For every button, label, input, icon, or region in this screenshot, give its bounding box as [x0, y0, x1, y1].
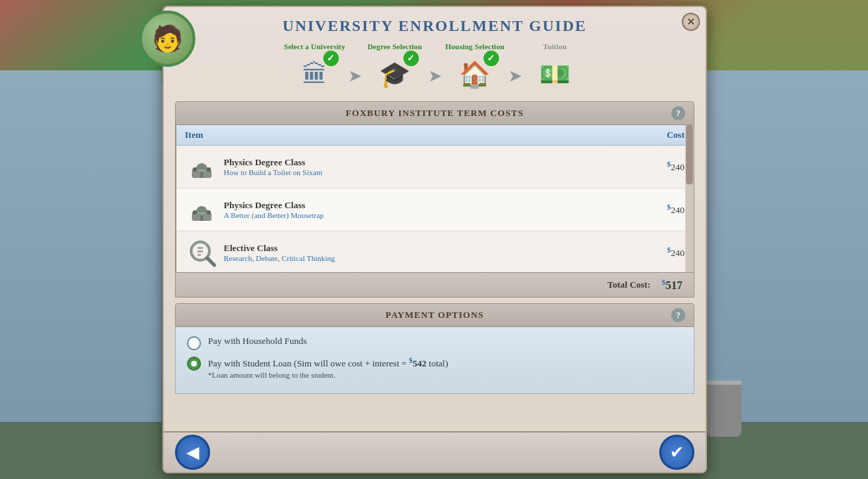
arrow-3: ➤	[508, 66, 522, 86]
col-item: Item	[176, 125, 604, 146]
col-cost: Cost	[604, 125, 693, 146]
step-select-university[interactable]: Select a University 🏛 ✓	[283, 42, 346, 96]
row1-icon	[185, 150, 219, 184]
avatar-face: 🧑	[142, 13, 193, 64]
label-loan: Pay with Student Loan (Sim will owe cost…	[208, 356, 448, 378]
arrow-2: ➤	[428, 66, 442, 86]
costs-table-wrapper: Item Cost	[175, 125, 694, 273]
step-label-1: Select a University	[284, 42, 345, 51]
back-button[interactable]: ◀	[175, 435, 210, 470]
row1-info: Physics Degree Class How to Build a Toil…	[224, 157, 322, 177]
building-left	[0, 70, 162, 422]
row2-name: Physics Degree Class	[224, 200, 323, 211]
row3-icon	[185, 236, 219, 269]
step-icon-wrapper-2: 🎓 ✓	[374, 53, 416, 96]
svg-point-25	[193, 210, 197, 215]
svg-rect-32	[197, 254, 201, 256]
row2-icon	[185, 193, 219, 226]
bottom-bar: ◀ ✔	[164, 431, 706, 472]
modal-title: University Enrollment Guide	[164, 7, 706, 38]
label-household: Pay with Household Funds	[208, 336, 306, 347]
table-header: Item Cost	[176, 125, 694, 146]
row3-info: Elective Class Research, Debate, Critica…	[224, 243, 335, 262]
radio-household[interactable]	[187, 336, 201, 350]
total-row: Total Cost: $517	[175, 273, 694, 298]
row2-info: Physics Degree Class A Better (and Bette…	[224, 200, 323, 219]
row2-sub: A Better (and Better) Mousetrap	[224, 211, 323, 219]
svg-rect-31	[197, 250, 203, 253]
table-row: Physics Degree Class A Better (and Bette…	[176, 189, 694, 231]
step-icon-wrapper-1: 🏛 ✓	[294, 53, 336, 96]
step-check-2: ✓	[403, 51, 419, 66]
row2-item: Physics Degree Class A Better (and Bette…	[176, 189, 604, 231]
table-row: Physics Degree Class How to Build a Toil…	[176, 146, 694, 189]
svg-point-20	[193, 167, 197, 172]
costs-table: Item Cost	[176, 125, 694, 273]
svg-point-21	[207, 167, 211, 172]
step-label-3: Housing Selection	[445, 42, 504, 51]
row1-item: Physics Degree Class How to Build a Toil…	[176, 146, 604, 189]
scroll-thumb[interactable]	[686, 125, 693, 184]
row1-cost: $240	[604, 146, 693, 189]
total-amount: $517	[662, 278, 683, 292]
payment-help-button[interactable]: ?	[671, 308, 685, 322]
scrollbar[interactable]	[685, 125, 694, 272]
costs-section-header: Foxbury Institute Term Costs ?	[175, 101, 694, 125]
loan-detail: *Loan amount will belong to the student.	[208, 371, 448, 379]
total-label: Total Cost:	[607, 279, 650, 290]
row3-name: Elective Class	[224, 243, 335, 254]
row2-cost: $240	[604, 189, 693, 231]
trash-can	[706, 381, 741, 437]
step-tuition[interactable]: Tuition 💵	[524, 42, 587, 96]
table-row: Elective Class Research, Debate, Critica…	[176, 231, 694, 274]
close-button[interactable]: ✕	[682, 13, 700, 31]
row3-sub: Research, Debate, Critical Thinking	[224, 254, 335, 262]
payment-option-loan[interactable]: Pay with Student Loan (Sim will owe cost…	[187, 356, 682, 378]
payment-body: Pay with Household Funds Pay with Studen…	[175, 327, 694, 393]
payment-section: Payment Options ? Pay with Household Fun…	[175, 303, 694, 393]
step-icon-wrapper-4: 💵	[534, 53, 576, 96]
building-right	[706, 70, 868, 422]
confirm-button[interactable]: ✔	[659, 435, 694, 470]
row1-name: Physics Degree Class	[224, 157, 322, 168]
costs-section: Foxbury Institute Term Costs ? Item Cost	[175, 101, 694, 298]
step-check-1: ✓	[323, 51, 339, 66]
enrollment-modal: 🧑 ✕ University Enrollment Guide Select a…	[162, 6, 707, 473]
svg-rect-30	[197, 247, 203, 249]
payment-section-title: Payment Options	[198, 309, 671, 321]
arrow-1: ➤	[348, 66, 362, 86]
row3-item: Elective Class Research, Debate, Critica…	[176, 231, 604, 274]
svg-rect-22	[200, 172, 203, 178]
step-label-2: Degree Selection	[368, 42, 422, 51]
step-housing-selection[interactable]: Housing Selection 🏠 ✓	[443, 42, 507, 96]
payment-section-header: Payment Options ?	[175, 303, 694, 327]
step-degree-selection[interactable]: Degree Selection 🎓 ✓	[363, 42, 427, 96]
modal-body: Foxbury Institute Term Costs ? Item Cost	[164, 101, 706, 394]
svg-point-26	[207, 210, 211, 215]
costs-section-title: Foxbury Institute Term Costs	[198, 108, 671, 119]
radio-loan[interactable]	[187, 357, 201, 371]
avatar: 🧑	[139, 11, 195, 67]
steps-navigation: Select a University 🏛 ✓ ➤ Degree Selecti…	[164, 38, 706, 101]
costs-help-button[interactable]: ?	[671, 106, 685, 120]
step-check-3: ✓	[484, 51, 499, 66]
row1-sub: How to Build a Toilet on Sixam	[224, 168, 322, 177]
step-label-4: Tuition	[543, 42, 567, 51]
svg-line-29	[207, 258, 214, 265]
row3-cost: $240	[604, 231, 693, 274]
svg-rect-27	[200, 215, 203, 221]
payment-option-household[interactable]: Pay with Household Funds	[187, 336, 682, 350]
tuition-icon: 💵	[534, 53, 576, 96]
step-icon-wrapper-3: 🏠 ✓	[454, 53, 496, 96]
